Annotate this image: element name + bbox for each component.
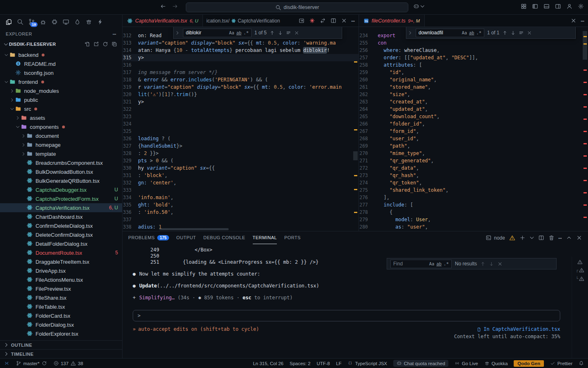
code-line-320[interactable]: 320lit('⚠')[1]?.trim()} xyxy=(122,91,359,98)
find-previous-button[interactable] xyxy=(480,261,486,267)
open-changes-icon[interactable] xyxy=(298,18,305,24)
code-line-338[interactable]: 338adius: 1 xyxy=(122,223,359,231)
tree-item-captchaverification-tsx[interactable]: CaptchaVerification.tsx6, U xyxy=(0,203,122,212)
code-line-274[interactable]: 274 "qr_token", xyxy=(359,179,588,186)
code-line-325[interactable]: 325 xyxy=(122,128,359,135)
regex-toggle[interactable]: .* xyxy=(476,29,481,36)
compare-icon[interactable] xyxy=(320,18,326,24)
find-collapse-icon[interactable] xyxy=(175,30,180,36)
toggle-secondary-sidebar-button[interactable] xyxy=(555,3,561,9)
find-input[interactable]: downloadfil Aa ab .* xyxy=(416,29,484,37)
settings-gear-button[interactable] xyxy=(578,3,584,9)
find-previous-button[interactable] xyxy=(270,30,275,36)
status-item-go-live[interactable]: Go Live xyxy=(454,361,478,366)
terminal-dropdown-icon[interactable] xyxy=(530,235,534,241)
match-case-toggle[interactable]: Aa xyxy=(462,29,467,36)
project-section-header[interactable]: DISDIK-FILESERVER xyxy=(0,39,122,49)
tree-item-node-modules[interactable]: node_modules xyxy=(0,86,122,95)
more-actions-icon[interactable]: ⋯ xyxy=(581,18,584,24)
code-line-276[interactable]: 276 ], xyxy=(359,194,588,201)
tree-item-captchaprotectedform-tsx[interactable]: CaptchaProtectedForm.tsxU xyxy=(0,194,122,203)
code-line-317[interactable]: 317ing message from server */} xyxy=(122,69,359,76)
code-line-275[interactable]: 275 "shared_link_token", xyxy=(359,186,588,194)
tree-item-assets[interactable]: assets xyxy=(0,113,122,122)
tab-captcha-verification[interactable]: CaptchaVerification.tsx 6, U xyxy=(122,15,203,27)
overview-ruler[interactable] xyxy=(352,27,359,231)
code-line-268[interactable]: 268 "user_id", xyxy=(359,135,588,142)
find-in-selection-toggle[interactable] xyxy=(519,30,524,36)
tree-item-frontend[interactable]: frontend xyxy=(0,77,122,86)
toggle-panel-button[interactable] xyxy=(543,3,550,9)
cli-prompt-input[interactable]: > xyxy=(133,310,560,321)
whole-word-toggle[interactable]: ab xyxy=(236,29,242,36)
tree-item-tsconfig-json[interactable]: tsconfig.json xyxy=(0,68,122,77)
panel-tab-output[interactable]: OUTPUT xyxy=(176,231,196,244)
tree-item-driveapp-tsx[interactable]: DriveApp.tsx xyxy=(0,266,122,275)
new-file-button[interactable] xyxy=(85,41,90,47)
code-line-273[interactable]: 273 "qr_hash", xyxy=(359,172,588,179)
status-item-indentation[interactable]: Spaces: 2 xyxy=(290,361,310,366)
error-burst-icon[interactable] xyxy=(309,18,315,24)
code-line-326[interactable]: 326loading ? ( xyxy=(122,135,359,142)
new-terminal-button[interactable] xyxy=(519,235,526,241)
activity-source-control-icon[interactable]: 19 xyxy=(28,18,35,25)
tree-item-flleshare-tsx[interactable]: FlleShare.tsx xyxy=(0,293,122,302)
remote-indicator[interactable] xyxy=(4,361,9,366)
split-terminal-button[interactable] xyxy=(538,235,544,241)
code-line-322[interactable]: 322 xyxy=(122,105,359,113)
status-item-qodo-gen[interactable]: Qodo Gen xyxy=(514,360,544,367)
breadcrumb[interactable]: ication.tsx/ CaptchaVerification xyxy=(203,15,283,27)
more-actions-icon[interactable]: ⋯ xyxy=(352,18,355,24)
code-line-278[interactable]: 278 { xyxy=(359,209,588,216)
match-case-toggle[interactable]: Aa xyxy=(429,261,434,267)
code-line-332[interactable]: 332gn: 'center', xyxy=(122,179,359,186)
tree-item-deleteconfirmdialog-tsx[interactable]: DeleteConfirmDialog.tsx xyxy=(0,230,122,239)
code-line-257[interactable]: 257 order: [["updated_at", "DESC"]], xyxy=(359,54,588,61)
code-line-265[interactable]: 265 "download_count", xyxy=(359,113,588,120)
code-line-271[interactable]: 271 "qr_generated", xyxy=(359,157,588,164)
tree-item-bulkdownloadbutton-tsx[interactable]: BulkDownloadButton.tsx xyxy=(0,167,122,176)
code-line-267[interactable]: 267 "form_id", xyxy=(359,128,588,135)
activity-extensions-icon[interactable] xyxy=(51,18,58,25)
code-line-331[interactable]: 331: 'block', xyxy=(122,172,359,179)
find-previous-button[interactable] xyxy=(502,30,508,36)
code-line-334[interactable]: 334'info.main', xyxy=(122,194,359,201)
tree-item-confirmdeletedialog-tsx[interactable]: ConfirmDeleteDialog.tsx xyxy=(0,221,122,230)
code-line-321[interactable]: 321y> xyxy=(122,98,359,105)
tree-item-breadcrumbscomponent-tsx[interactable]: BreadcrumbsComponent.tsx xyxy=(0,158,122,167)
kill-terminal-button[interactable] xyxy=(548,235,555,241)
code-line-329[interactable]: 329pts > 0 && ( xyxy=(122,157,359,164)
auto-accept-status[interactable]: » auto-accept edits on (shift+tab to cyc… xyxy=(133,326,259,340)
close-editor-button[interactable] xyxy=(341,18,347,24)
code-line-318[interactable]: 318& error && error.includes('PERINGATAN… xyxy=(122,76,359,83)
find-in-selection-toggle[interactable] xyxy=(286,30,291,36)
tree-item-backend[interactable]: backend xyxy=(0,50,122,59)
find-close-button[interactable] xyxy=(294,30,299,36)
code-line-316[interactable]: 316 xyxy=(122,61,359,69)
status-item-cursor-position[interactable]: Ln 315, Col 26 xyxy=(253,361,283,366)
tree-item-folderexplorer-tsx[interactable]: FolderExplorer.tsx xyxy=(0,329,122,338)
activity-run-debug-icon[interactable] xyxy=(40,18,47,25)
tree-item-fileactionsmenu-tsx[interactable]: FileActionsMenu.tsx xyxy=(0,275,122,284)
code-line-266[interactable]: 266 "folder_id", xyxy=(359,120,588,128)
tree-item-bulkgenerateqrbutton-tsx[interactable]: BulkGenerateQRButton.tsx xyxy=(0,176,122,185)
code-line-333[interactable]: 333 xyxy=(122,186,359,194)
code-line-277[interactable]: 277 include: [ xyxy=(359,201,588,209)
command-center[interactable]: disdik-fileserver xyxy=(186,2,408,12)
code-line-269[interactable]: 269 "path", xyxy=(359,142,588,150)
whole-word-toggle[interactable]: ab xyxy=(437,261,442,267)
terminal[interactable]: 249 </Box> 250 251 {loading && <LinearPr… xyxy=(122,244,588,358)
maximize-panel-button[interactable] xyxy=(566,235,572,241)
find-next-button[interactable] xyxy=(510,30,516,36)
status-item-notifications[interactable] xyxy=(579,361,584,366)
tree-item-homepage[interactable]: homepage xyxy=(0,140,122,149)
find-close-button[interactable] xyxy=(497,261,503,267)
code-line-279[interactable]: 279 model: User, xyxy=(359,216,588,223)
split-editor-button[interactable] xyxy=(330,18,336,24)
code-line-272[interactable]: 272 "qr_data", xyxy=(359,164,588,172)
customize-layout-button[interactable] xyxy=(521,3,527,9)
code-line-280[interactable]: 280 as: "user", xyxy=(359,223,588,231)
whole-word-toggle[interactable]: ab xyxy=(469,29,474,36)
overview-ruler[interactable] xyxy=(581,27,588,231)
collapse-folders-button[interactable] xyxy=(111,41,117,47)
